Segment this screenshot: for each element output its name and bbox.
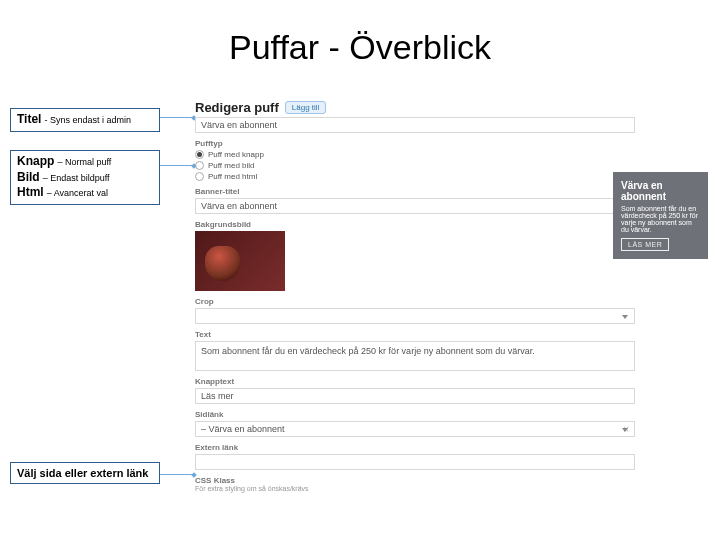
- text-input[interactable]: Som abonnent får du en värdecheck på 250…: [195, 341, 635, 371]
- knapptext-value: Läs mer: [201, 391, 234, 401]
- admin-heading: Redigera puff: [195, 100, 279, 115]
- crop-label: Crop: [195, 297, 635, 306]
- text-label: Text: [195, 330, 635, 339]
- callout-type: Knapp – Normal puff Bild – Endast bildpu…: [10, 150, 160, 205]
- knapptext-label: Knapptext: [195, 377, 635, 386]
- pufftype-label: Pufftyp: [195, 139, 635, 148]
- preview-button[interactable]: LÄS MER: [621, 238, 669, 251]
- radio-icon: [195, 150, 204, 159]
- radio-puff-html[interactable]: Puff med html: [195, 172, 635, 181]
- preview-title: Värva en abonnent: [621, 180, 700, 202]
- sidlank-value: – Värva en abonnent: [201, 424, 285, 434]
- admin-form: Redigera puff Lägg till Värva en abonnen…: [195, 100, 635, 492]
- radio-label: Puff med bild: [208, 161, 255, 170]
- title-value: Värva en abonnent: [201, 120, 277, 130]
- arrow-icon: [160, 165, 195, 166]
- callout-knapp-desc: – Normal puff: [57, 157, 111, 167]
- callout-title: Titel - Syns endast i admin: [10, 108, 160, 132]
- add-button[interactable]: Lägg till: [285, 101, 327, 114]
- preview-card: Värva en abonnent Som abonnent får du en…: [613, 172, 708, 259]
- callout-bild-label: Bild: [17, 170, 40, 184]
- callout-title-label: Titel: [17, 112, 41, 126]
- crop-select[interactable]: [195, 308, 635, 324]
- title-input[interactable]: Värva en abonnent: [195, 117, 635, 133]
- arrow-icon: [160, 117, 195, 118]
- arrow-icon: [160, 474, 195, 475]
- radio-puff-knapp[interactable]: Puff med knapp: [195, 150, 635, 159]
- bg-label: Bakgrundsbild: [195, 220, 635, 229]
- callout-knapp-label: Knapp: [17, 154, 54, 168]
- callout-html-desc: – Avancerat val: [47, 188, 108, 198]
- radio-icon: [195, 172, 204, 181]
- radio-puff-bild[interactable]: Puff med bild: [195, 161, 635, 170]
- banner-input[interactable]: Värva en abonnent: [195, 198, 635, 214]
- callout-link: Välj sida eller extern länk: [10, 462, 160, 484]
- text-value: Som abonnent får du en värdecheck på 250…: [201, 346, 535, 356]
- sidlank-label: Sidlänk: [195, 410, 635, 419]
- radio-label: Puff med html: [208, 172, 257, 181]
- banner-value: Värva en abonnent: [201, 201, 277, 211]
- preview-body: Som abonnent får du en värdecheck på 250…: [621, 205, 700, 233]
- radio-icon: [195, 161, 204, 170]
- sidlank-select[interactable]: – Värva en abonnent×: [195, 421, 635, 437]
- slide-title: Puffar - Överblick: [0, 28, 720, 67]
- css-label: CSS Klass: [195, 476, 635, 485]
- callout-title-desc: - Syns endast i admin: [45, 115, 132, 125]
- bg-thumbnail[interactable]: [195, 231, 285, 291]
- callout-bild-desc: – Endast bildpuff: [43, 173, 110, 183]
- banner-label: Banner-titel: [195, 187, 635, 196]
- callout-link-text: Välj sida eller extern länk: [17, 467, 148, 479]
- externlank-label: Extern länk: [195, 443, 635, 452]
- knapptext-input[interactable]: Läs mer: [195, 388, 635, 404]
- radio-label: Puff med knapp: [208, 150, 264, 159]
- externlank-input[interactable]: [195, 454, 635, 470]
- clear-icon[interactable]: ×: [623, 424, 629, 435]
- callout-html-label: Html: [17, 185, 44, 199]
- css-hint: För extra styling om så önskas/krävs: [195, 485, 635, 492]
